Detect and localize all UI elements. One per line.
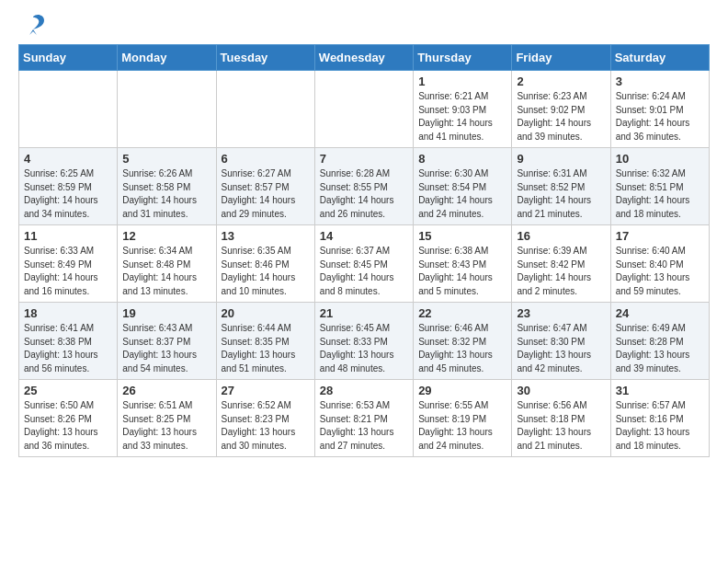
weekday-header: Tuesday [216, 45, 314, 71]
calendar-cell [314, 71, 413, 148]
day-number: 6 [222, 152, 310, 166]
day-number: 18 [24, 306, 112, 320]
calendar-cell: 18Sunrise: 6:41 AM Sunset: 8:38 PM Dayli… [19, 303, 118, 380]
day-number: 9 [517, 152, 605, 166]
weekday-header: Thursday [414, 45, 512, 71]
day-number: 8 [418, 152, 506, 166]
calendar-cell: 6Sunrise: 6:27 AM Sunset: 8:57 PM Daylig… [216, 148, 314, 225]
day-number: 14 [320, 229, 408, 243]
day-number: 16 [517, 229, 605, 243]
calendar-cell: 13Sunrise: 6:35 AM Sunset: 8:46 PM Dayli… [216, 225, 314, 303]
day-info: Sunrise: 6:40 AM Sunset: 8:40 PM Dayligh… [616, 245, 704, 298]
calendar-week-row: 25Sunrise: 6:50 AM Sunset: 8:26 PM Dayli… [19, 380, 710, 457]
calendar-cell: 15Sunrise: 6:38 AM Sunset: 8:43 PM Dayli… [414, 225, 512, 303]
day-info: Sunrise: 6:56 AM Sunset: 8:18 PM Dayligh… [517, 399, 605, 453]
day-number: 23 [517, 306, 605, 320]
day-info: Sunrise: 6:21 AM Sunset: 9:03 PM Dayligh… [418, 90, 506, 144]
calendar-cell [216, 71, 314, 148]
weekday-header: Monday [118, 45, 216, 71]
day-info: Sunrise: 6:37 AM Sunset: 8:45 PM Dayligh… [320, 245, 408, 298]
day-info: Sunrise: 6:43 AM Sunset: 8:37 PM Dayligh… [122, 322, 210, 375]
calendar-cell: 25Sunrise: 6:50 AM Sunset: 8:26 PM Dayli… [19, 380, 118, 457]
day-number: 11 [24, 229, 112, 243]
calendar-cell: 30Sunrise: 6:56 AM Sunset: 8:18 PM Dayli… [512, 380, 610, 457]
day-number: 5 [122, 152, 210, 166]
calendar-cell: 29Sunrise: 6:55 AM Sunset: 8:19 PM Dayli… [414, 380, 512, 457]
page: SundayMondayTuesdayWednesdayThursdayFrid… [0, 0, 728, 472]
calendar-week-row: 1Sunrise: 6:21 AM Sunset: 9:03 PM Daylig… [19, 71, 710, 148]
day-info: Sunrise: 6:32 AM Sunset: 8:51 PM Dayligh… [616, 167, 704, 221]
calendar-cell: 28Sunrise: 6:53 AM Sunset: 8:21 PM Dayli… [314, 380, 413, 457]
calendar-cell: 31Sunrise: 6:57 AM Sunset: 8:16 PM Dayli… [610, 380, 709, 457]
day-info: Sunrise: 6:34 AM Sunset: 8:48 PM Dayligh… [122, 245, 210, 298]
calendar-cell: 2Sunrise: 6:23 AM Sunset: 9:02 PM Daylig… [512, 71, 610, 148]
day-number: 15 [418, 229, 506, 243]
day-info: Sunrise: 6:51 AM Sunset: 8:25 PM Dayligh… [122, 399, 210, 453]
header [18, 15, 710, 37]
day-number: 7 [320, 152, 408, 166]
calendar-cell: 17Sunrise: 6:40 AM Sunset: 8:40 PM Dayli… [610, 225, 709, 303]
day-number: 28 [320, 384, 408, 397]
day-number: 25 [24, 384, 112, 397]
day-info: Sunrise: 6:47 AM Sunset: 8:30 PM Dayligh… [517, 322, 605, 375]
calendar-header-row: SundayMondayTuesdayWednesdayThursdayFrid… [19, 45, 710, 71]
day-info: Sunrise: 6:46 AM Sunset: 8:32 PM Dayligh… [418, 322, 506, 375]
calendar-cell: 11Sunrise: 6:33 AM Sunset: 8:49 PM Dayli… [19, 225, 118, 303]
day-info: Sunrise: 6:26 AM Sunset: 8:58 PM Dayligh… [122, 167, 210, 221]
calendar-cell [19, 71, 118, 148]
day-info: Sunrise: 6:35 AM Sunset: 8:46 PM Dayligh… [222, 245, 310, 298]
day-info: Sunrise: 6:31 AM Sunset: 8:52 PM Dayligh… [517, 167, 605, 221]
logo [18, 15, 46, 37]
day-number: 12 [122, 229, 210, 243]
calendar-cell: 5Sunrise: 6:26 AM Sunset: 8:58 PM Daylig… [118, 148, 216, 225]
calendar-cell: 7Sunrise: 6:28 AM Sunset: 8:55 PM Daylig… [314, 148, 413, 225]
day-number: 31 [616, 384, 704, 397]
day-info: Sunrise: 6:33 AM Sunset: 8:49 PM Dayligh… [24, 245, 112, 298]
day-number: 21 [320, 306, 408, 320]
day-info: Sunrise: 6:27 AM Sunset: 8:57 PM Dayligh… [222, 167, 310, 221]
day-number: 30 [517, 384, 605, 397]
day-number: 4 [24, 152, 112, 166]
calendar-cell [118, 71, 216, 148]
day-info: Sunrise: 6:57 AM Sunset: 8:16 PM Dayligh… [616, 399, 704, 453]
day-number: 13 [222, 229, 310, 243]
day-number: 27 [222, 384, 310, 397]
logo-bird-icon [20, 11, 46, 37]
day-number: 24 [616, 306, 704, 320]
calendar-cell: 27Sunrise: 6:52 AM Sunset: 8:23 PM Dayli… [216, 380, 314, 457]
day-info: Sunrise: 6:38 AM Sunset: 8:43 PM Dayligh… [418, 245, 506, 298]
day-number: 22 [418, 306, 506, 320]
day-number: 10 [616, 152, 704, 166]
day-number: 29 [418, 384, 506, 397]
calendar-cell: 8Sunrise: 6:30 AM Sunset: 8:54 PM Daylig… [414, 148, 512, 225]
day-info: Sunrise: 6:24 AM Sunset: 9:01 PM Dayligh… [616, 90, 704, 144]
calendar-cell: 20Sunrise: 6:44 AM Sunset: 8:35 PM Dayli… [216, 303, 314, 380]
day-info: Sunrise: 6:30 AM Sunset: 8:54 PM Dayligh… [418, 167, 506, 221]
day-number: 3 [616, 75, 704, 88]
day-number: 1 [418, 75, 506, 88]
day-info: Sunrise: 6:55 AM Sunset: 8:19 PM Dayligh… [418, 399, 506, 453]
calendar-cell: 23Sunrise: 6:47 AM Sunset: 8:30 PM Dayli… [512, 303, 610, 380]
calendar-cell: 22Sunrise: 6:46 AM Sunset: 8:32 PM Dayli… [414, 303, 512, 380]
day-info: Sunrise: 6:53 AM Sunset: 8:21 PM Dayligh… [320, 399, 408, 453]
calendar-cell: 10Sunrise: 6:32 AM Sunset: 8:51 PM Dayli… [610, 148, 709, 225]
calendar-cell: 16Sunrise: 6:39 AM Sunset: 8:42 PM Dayli… [512, 225, 610, 303]
day-number: 26 [122, 384, 210, 397]
day-info: Sunrise: 6:39 AM Sunset: 8:42 PM Dayligh… [517, 245, 605, 298]
day-info: Sunrise: 6:23 AM Sunset: 9:02 PM Dayligh… [517, 90, 605, 144]
day-info: Sunrise: 6:25 AM Sunset: 8:59 PM Dayligh… [24, 167, 112, 221]
weekday-header: Saturday [610, 45, 709, 71]
calendar-cell: 9Sunrise: 6:31 AM Sunset: 8:52 PM Daylig… [512, 148, 610, 225]
calendar-cell: 26Sunrise: 6:51 AM Sunset: 8:25 PM Dayli… [118, 380, 216, 457]
calendar-week-row: 18Sunrise: 6:41 AM Sunset: 8:38 PM Dayli… [19, 303, 710, 380]
calendar-cell: 24Sunrise: 6:49 AM Sunset: 8:28 PM Dayli… [610, 303, 709, 380]
calendar-cell: 12Sunrise: 6:34 AM Sunset: 8:48 PM Dayli… [118, 225, 216, 303]
calendar-cell: 14Sunrise: 6:37 AM Sunset: 8:45 PM Dayli… [314, 225, 413, 303]
calendar-cell: 4Sunrise: 6:25 AM Sunset: 8:59 PM Daylig… [19, 148, 118, 225]
calendar-cell: 21Sunrise: 6:45 AM Sunset: 8:33 PM Dayli… [314, 303, 413, 380]
day-number: 17 [616, 229, 704, 243]
weekday-header: Friday [512, 45, 610, 71]
weekday-header: Sunday [19, 45, 118, 71]
day-info: Sunrise: 6:28 AM Sunset: 8:55 PM Dayligh… [320, 167, 408, 221]
day-number: 2 [517, 75, 605, 88]
